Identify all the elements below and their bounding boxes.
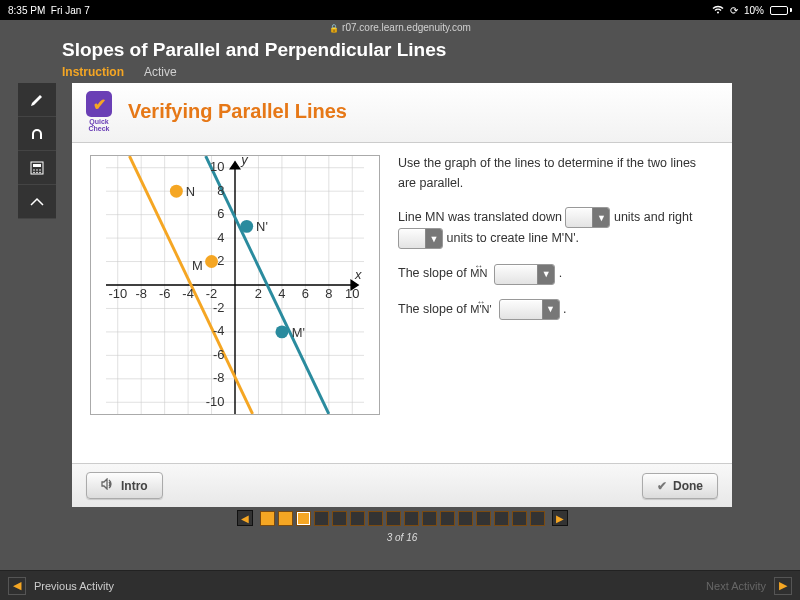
svg-text:-10: -10 [108,286,127,301]
progress-text: 3 of 16 [387,532,418,543]
svg-point-34 [240,220,253,233]
progress-step[interactable] [422,511,437,526]
svg-text:2: 2 [255,286,262,301]
svg-text:-6: -6 [159,286,170,301]
progress-step[interactable] [332,511,347,526]
progress-step[interactable] [386,511,401,526]
chevron-down-icon: ▼ [542,300,559,319]
intro-button[interactable]: Intro [86,472,163,499]
svg-text:-6: -6 [213,347,224,362]
url-bar: 🔒r07.core.learn.edgenuity.com [0,20,800,39]
svg-text:8: 8 [217,183,224,198]
svg-text:M': M' [292,325,305,340]
page-title: Slopes of Parallel and Perpendicular Lin… [62,39,800,61]
tab-active-label: Active [144,65,177,79]
prev-activity-arrow[interactable]: ◀ [8,577,26,595]
question-text: Use the graph of the lines to determine … [398,153,714,453]
progress-step[interactable] [440,511,455,526]
dropdown-slope-mn[interactable]: ▼ [494,264,555,285]
svg-point-2 [33,169,35,171]
svg-text:-4: -4 [213,323,224,338]
chevron-down-icon: ▼ [592,208,609,227]
svg-text:y: y [240,155,249,167]
wifi-icon [712,5,724,16]
lesson-header: Slopes of Parallel and Perpendicular Lin… [0,39,800,85]
dropdown-slope-mpnp[interactable]: ▼ [499,299,560,320]
status-bar: 8:35 PM Fri Jan 7 ⟳ 10% [0,0,800,20]
collapse-tool[interactable] [18,185,56,219]
tab-instruction[interactable]: Instruction [62,65,124,79]
chevron-down-icon: ▼ [425,229,442,248]
progress-step[interactable] [476,511,491,526]
lesson-title: Verifying Parallel Lines [128,100,347,123]
svg-text:M: M [192,258,203,273]
done-button[interactable]: ✔ Done [642,473,718,499]
svg-text:-4: -4 [182,286,193,301]
progress-step[interactable] [368,511,383,526]
svg-text:N': N' [256,219,268,234]
progress-step[interactable] [530,511,545,526]
progress-step[interactable] [404,511,419,526]
svg-text:8: 8 [325,286,332,301]
svg-text:-8: -8 [135,286,146,301]
svg-text:-10: -10 [206,394,225,409]
chevron-down-icon: ▼ [537,265,554,284]
audio-tool[interactable] [18,117,56,151]
next-activity-label[interactable]: Next Activity [706,580,766,592]
progress-step[interactable] [314,511,329,526]
progress-next[interactable]: ▶ [552,510,568,526]
dropdown-units-down[interactable]: ▼ [565,207,610,228]
svg-text:6: 6 [217,206,224,221]
svg-point-33 [205,255,218,268]
svg-text:N: N [186,184,195,199]
progress-step[interactable] [278,511,293,526]
status-time-date: 8:35 PM Fri Jan 7 [8,5,90,16]
svg-point-6 [36,171,38,173]
orientation-lock-icon: ⟳ [730,5,738,16]
battery-icon [770,6,792,15]
svg-text:6: 6 [302,286,309,301]
progress-step[interactable] [458,511,473,526]
bottom-bar: ◀ Previous Activity Next Activity ▶ [0,570,800,600]
svg-text:10: 10 [210,159,224,174]
svg-point-3 [36,169,38,171]
progress-prev[interactable]: ◀ [237,510,253,526]
svg-point-7 [39,171,41,173]
svg-point-5 [33,171,35,173]
svg-point-35 [275,325,288,338]
lock-icon: 🔒 [329,24,339,33]
pencil-tool[interactable] [18,83,56,117]
svg-text:4: 4 [278,286,285,301]
dropdown-units-right[interactable]: ▼ [398,228,443,249]
battery-percent: 10% [744,5,764,16]
svg-text:x: x [354,267,362,282]
svg-text:2: 2 [217,253,224,268]
speaker-icon [101,478,115,493]
quick-check-badge: ✔ Quick Check [86,91,112,132]
svg-text:-2: -2 [206,286,217,301]
progress-step[interactable] [260,511,275,526]
svg-text:-8: -8 [213,370,224,385]
svg-point-32 [170,185,183,198]
svg-text:-2: -2 [213,300,224,315]
check-icon: ✔ [86,91,112,117]
tool-rail [18,83,56,219]
progress-step[interactable] [350,511,365,526]
svg-text:10: 10 [345,286,359,301]
coordinate-graph: -10-8-6-4-2246810 108642-2-4-6-8-10 xy N… [90,155,380,415]
svg-point-4 [39,169,41,171]
calculator-tool[interactable] [18,151,56,185]
svg-rect-1 [33,164,41,167]
content-card: ✔ Quick Check Verifying Parallel Lines [72,83,732,507]
progress-step[interactable] [494,511,509,526]
progress-step-current[interactable] [296,511,311,526]
prev-activity-label[interactable]: Previous Activity [34,580,114,592]
progress-step[interactable] [512,511,527,526]
check-icon: ✔ [657,479,667,493]
progress-row: ◀ ▶ 3 of 16 [72,510,732,543]
svg-text:4: 4 [217,230,224,245]
next-activity-arrow[interactable]: ▶ [774,577,792,595]
